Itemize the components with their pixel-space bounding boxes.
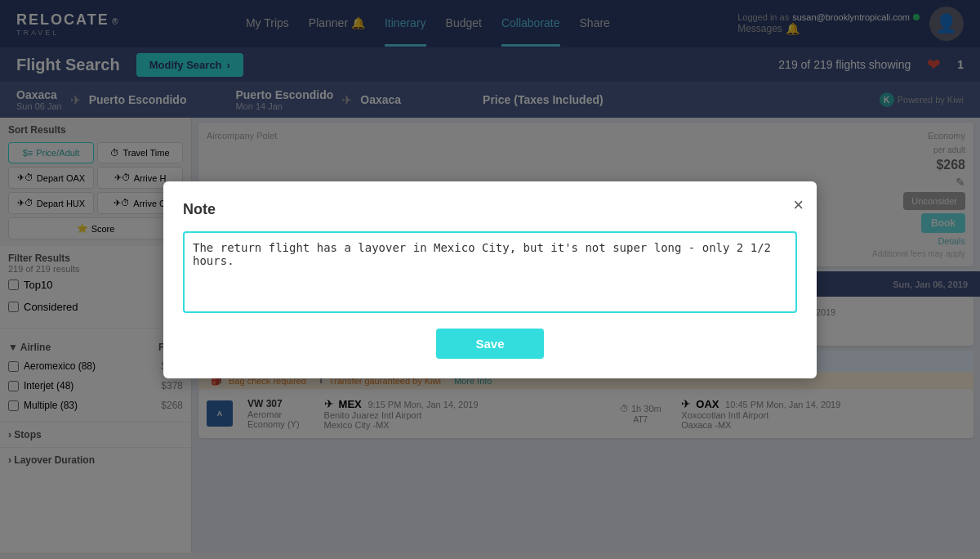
save-note-button[interactable]: Save bbox=[436, 329, 543, 359]
modal-close-button[interactable]: × bbox=[793, 195, 804, 216]
modal-overlay[interactable]: × Note Save bbox=[0, 0, 980, 552]
modal-title: Note bbox=[183, 201, 797, 218]
note-modal: × Note Save bbox=[163, 181, 817, 378]
modal-save-row: Save bbox=[183, 329, 797, 359]
note-textarea[interactable] bbox=[183, 231, 797, 313]
